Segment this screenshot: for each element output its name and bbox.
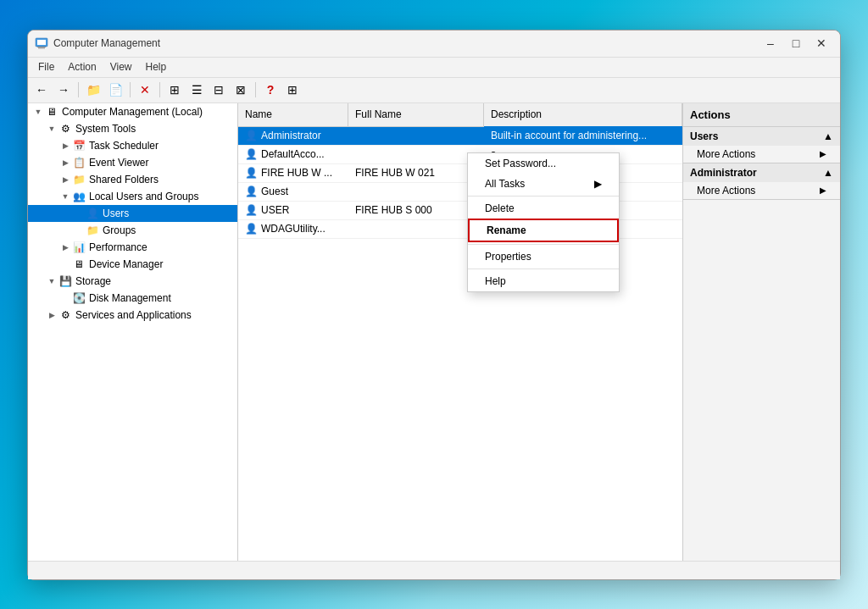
title-bar: Computer Management – □ ✕ [28, 30, 840, 58]
extra-btn[interactable]: ⊞ [282, 80, 303, 99]
device-icon: 🖥 [72, 257, 86, 271]
col-fullname-header[interactable]: Full Name [348, 103, 484, 126]
menu-bar: File Action View Help [28, 58, 840, 78]
action-admin-more[interactable]: More Actions ▶ [683, 182, 840, 199]
tree-groups-label: Groups [103, 224, 136, 236]
maximize-button[interactable]: □ [784, 33, 808, 53]
menu-view[interactable]: View [103, 59, 139, 75]
view4-button[interactable]: ⊠ [231, 80, 251, 99]
tree-performance[interactable]: ▶ 📊 Performance [28, 239, 237, 256]
ctx-delete[interactable]: Delete [468, 198, 619, 219]
perf-icon: 📊 [72, 241, 86, 254]
more-actions-admin-arrow-icon: ▶ [820, 185, 826, 195]
tree-disk-management[interactable]: 💽 Disk Management [28, 290, 237, 307]
ctx-separator-1 [468, 196, 619, 197]
svg-rect-3 [37, 47, 46, 47]
action-users-more[interactable]: More Actions ▶ [683, 146, 840, 163]
svg-rect-2 [38, 47, 45, 49]
cell-wdag-name: 👤 WDAGUtility... [238, 223, 348, 235]
tree-services-apps-label: Services and Applications [75, 309, 192, 321]
local-users-expand-icon: ▼ [58, 192, 72, 201]
user-icon-admin: 👤 [245, 130, 258, 141]
perf-expand-icon: ▶ [58, 243, 72, 252]
back-button[interactable]: ← [31, 80, 52, 99]
ctx-set-password[interactable]: Set Password... [468, 153, 619, 174]
root-icon: 🖥 [45, 105, 58, 119]
toolbar-separator-1 [78, 82, 79, 97]
menu-action[interactable]: Action [61, 59, 103, 75]
forward-button[interactable]: → [53, 80, 74, 99]
actions-section-admin-header[interactable]: Administrator ▲ [683, 163, 840, 182]
cell-admin-desc: Built-in account for administering... [484, 126, 682, 145]
view1-button[interactable]: ⊞ [164, 80, 185, 99]
tree-system-tools-label: System Tools [75, 123, 136, 135]
user-icon-default: 👤 [245, 148, 258, 160]
shared-icon: 📁 [72, 173, 86, 186]
tree-device-manager[interactable]: 🖥 Device Manager [28, 256, 237, 273]
cell-user-name: 👤 USER [238, 204, 348, 216]
ctx-rename[interactable]: Rename [468, 219, 619, 242]
user-icon-wdag: 👤 [245, 223, 258, 235]
storage-expand-icon: ▼ [45, 277, 58, 285]
cell-firehub-fullname: FIRE HUB W 021 [348, 167, 484, 179]
tree-local-users-groups-label: Local Users and Groups [89, 191, 198, 202]
center-panel: Name Full Name Description 👤 Administrat… [238, 103, 683, 561]
event-icon: 📋 [72, 156, 86, 169]
tree-users-label: Users [103, 208, 129, 219]
actions-section-administrator: Administrator ▲ More Actions ▶ [683, 163, 840, 200]
window-controls: – □ ✕ [759, 33, 833, 53]
root-expand-icon: ▼ [31, 108, 45, 116]
ctx-separator-3 [468, 269, 619, 269]
cell-admin-name: 👤 Administrator [238, 130, 348, 141]
view3-button[interactable]: ⊟ [209, 80, 229, 99]
ctx-properties[interactable]: Properties [468, 246, 619, 267]
tree-shared-folders-label: Shared Folders [89, 174, 159, 185]
menu-file[interactable]: File [31, 59, 61, 75]
tree-groups[interactable]: 📁 Groups [28, 222, 237, 239]
list-row-administrator[interactable]: 👤 Administrator Built-in account for adm… [238, 127, 682, 146]
menu-help[interactable]: Help [139, 59, 174, 75]
col-desc-header[interactable]: Description [484, 103, 682, 126]
main-window: Computer Management – □ ✕ File Action Vi… [27, 30, 841, 580]
ctx-help[interactable]: Help [468, 271, 619, 291]
tree-shared-folders[interactable]: ▶ 📁 Shared Folders [28, 171, 237, 188]
tree-storage[interactable]: ▼ 💾 Storage [28, 273, 237, 290]
status-bar [28, 561, 840, 579]
actions-section-users-header[interactable]: Users ▲ [683, 127, 840, 146]
ctx-all-tasks[interactable]: All Tasks ▶ [468, 174, 619, 194]
properties-button[interactable]: 📄 [105, 80, 125, 99]
folder-button[interactable]: 📁 [83, 80, 103, 99]
ctx-separator-2 [468, 244, 619, 245]
main-content: ▼ 🖥 Computer Management (Local) ▼ ⚙ Syst… [28, 103, 840, 561]
tree-task-scheduler[interactable]: ▶ 📅 Task Scheduler [28, 137, 237, 154]
tree-local-users-groups[interactable]: ▼ 👥 Local Users and Groups [28, 188, 237, 205]
cell-firehub-name: 👤 FIRE HUB W ... [238, 167, 348, 179]
tree-performance-label: Performance [89, 241, 147, 253]
local-users-icon: 👥 [72, 190, 86, 203]
delete-button[interactable]: ✕ [135, 80, 155, 99]
close-button[interactable]: ✕ [810, 33, 833, 53]
tree-root[interactable]: ▼ 🖥 Computer Management (Local) [28, 103, 237, 120]
toolbar-separator-3 [159, 82, 160, 97]
tree-event-viewer[interactable]: ▶ 📋 Event Viewer [28, 154, 237, 171]
help-btn[interactable]: ? [260, 80, 281, 99]
window-title: Computer Management [53, 37, 759, 49]
tree-disk-management-label: Disk Management [89, 292, 171, 304]
system-tools-icon: ⚙ [58, 122, 72, 136]
svg-rect-1 [37, 40, 46, 45]
tree-storage-label: Storage [75, 275, 111, 287]
right-panel: Actions Users ▲ More Actions ▶ Adminis [683, 103, 840, 561]
tree-system-tools[interactable]: ▼ ⚙ System Tools [28, 120, 237, 137]
tree-device-manager-label: Device Manager [89, 258, 163, 270]
ctx-all-tasks-arrow-icon: ▶ [594, 178, 602, 190]
minimize-button[interactable]: – [759, 33, 782, 53]
tree-users[interactable]: 👤 Users [28, 205, 237, 222]
users-section-collapse-icon: ▲ [823, 130, 833, 142]
user-icon-user: 👤 [245, 204, 258, 216]
event-expand-icon: ▶ [58, 158, 72, 167]
view2-button[interactable]: ☰ [186, 80, 207, 99]
toolbar: ← → 📁 📄 ✕ ⊞ ☰ ⊟ ⊠ ? ⊞ [28, 78, 840, 103]
tree-services-apps[interactable]: ▶ ⚙ Services and Applications [28, 307, 237, 324]
col-name-header[interactable]: Name [238, 103, 348, 126]
shared-expand-icon: ▶ [58, 175, 72, 184]
